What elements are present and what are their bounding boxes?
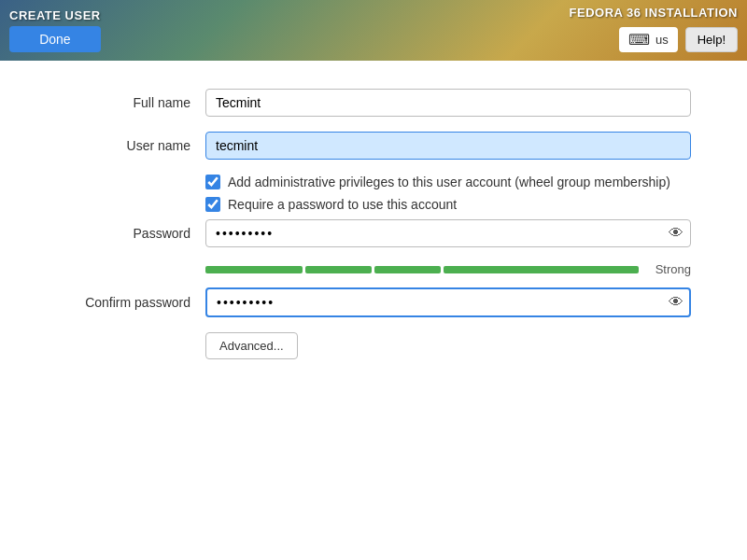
advanced-row: Advanced...: [205, 332, 691, 359]
password-label: Password: [56, 226, 205, 241]
username-label: User name: [56, 138, 205, 153]
strength-row: Strong: [205, 262, 691, 276]
username-input[interactable]: [205, 132, 691, 160]
confirm-password-label: Confirm password: [56, 295, 205, 310]
help-button[interactable]: Help!: [685, 27, 738, 52]
done-button[interactable]: Done: [9, 26, 101, 52]
fullname-row: Full name: [56, 89, 691, 117]
confirm-password-row: Confirm password 👁: [56, 287, 691, 317]
admin-checkbox[interactable]: [205, 175, 220, 189]
strength-bar-1: [205, 266, 303, 273]
password-show-button[interactable]: 👁: [669, 226, 684, 241]
strength-bar-3: [374, 266, 441, 273]
strength-bar-4: [444, 266, 638, 273]
confirm-password-input-wrapper: 👁: [205, 287, 691, 317]
admin-checkbox-label: Add administrative privileges to this us…: [228, 175, 670, 189]
password-input-wrapper: 👁: [205, 219, 691, 247]
fullname-label: Full name: [56, 95, 205, 110]
password-input[interactable]: [205, 219, 691, 247]
username-input-wrapper: [205, 132, 691, 160]
header-left: CREATE USER Done: [9, 8, 101, 52]
page-title: CREATE USER: [9, 8, 101, 22]
password-required-checkbox[interactable]: [205, 197, 220, 212]
keyboard-layout[interactable]: ⌨ us: [619, 27, 678, 52]
main-content: Full name User name Add administrative p…: [0, 61, 747, 560]
strength-bar-2: [305, 266, 372, 273]
admin-checkbox-row: Add administrative privileges to this us…: [205, 175, 691, 189]
strength-bars: [205, 266, 648, 273]
keyboard-icon: ⌨: [628, 31, 650, 49]
installation-title: FEDORA 36 INSTALLATION: [570, 6, 738, 20]
advanced-button[interactable]: Advanced...: [205, 332, 298, 359]
confirm-password-input[interactable]: [205, 287, 691, 317]
username-row: User name: [56, 132, 691, 160]
fullname-input[interactable]: [205, 89, 691, 117]
strength-label: Strong: [655, 262, 691, 276]
form-container: Full name User name Add administrative p…: [19, 79, 728, 369]
password-row: Password 👁: [56, 219, 691, 247]
fullname-input-wrapper: [205, 89, 691, 117]
password-checkbox-row: Require a password to use this account: [205, 197, 691, 212]
confirm-password-show-button[interactable]: 👁: [669, 295, 684, 310]
header: CREATE USER Done FEDORA 36 INSTALLATION …: [0, 0, 747, 61]
password-checkbox-label: Require a password to use this account: [228, 197, 457, 212]
keyboard-layout-label: us: [655, 33, 669, 47]
